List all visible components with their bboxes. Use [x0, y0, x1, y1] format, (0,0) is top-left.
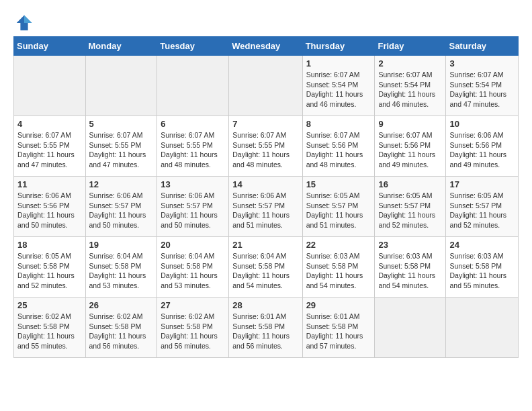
calendar-cell: 23Sunrise: 6:03 AM Sunset: 5:58 PM Dayli…	[375, 237, 446, 298]
day-number: 4	[17, 119, 82, 129]
calendar-cell: 27Sunrise: 6:02 AM Sunset: 5:58 PM Dayli…	[157, 298, 229, 358]
logo	[13, 13, 34, 32]
calendar-cell: 25Sunrise: 6:02 AM Sunset: 5:58 PM Dayli…	[14, 298, 86, 358]
day-info: Sunrise: 6:05 AM Sunset: 5:57 PM Dayligh…	[306, 191, 371, 230]
week-row-1: 1Sunrise: 6:07 AM Sunset: 5:54 PM Daylig…	[14, 56, 519, 116]
day-number: 16	[378, 179, 442, 189]
day-number: 22	[306, 240, 371, 250]
calendar-cell: 16Sunrise: 6:05 AM Sunset: 5:57 PM Dayli…	[375, 177, 446, 237]
calendar-cell: 9Sunrise: 6:07 AM Sunset: 5:56 PM Daylig…	[375, 116, 446, 177]
day-number: 24	[449, 240, 515, 250]
day-info: Sunrise: 6:06 AM Sunset: 5:56 PM Dayligh…	[449, 130, 515, 170]
header-row: SundayMondayTuesdayWednesdayThursdayFrid…	[14, 37, 519, 56]
calendar-cell	[14, 56, 86, 116]
calendar-cell: 17Sunrise: 6:05 AM Sunset: 5:57 PM Dayli…	[446, 177, 519, 237]
calendar-cell: 22Sunrise: 6:03 AM Sunset: 5:58 PM Dayli…	[302, 237, 375, 298]
day-number: 2	[378, 58, 442, 68]
day-number: 5	[89, 119, 154, 129]
day-number: 23	[378, 240, 442, 250]
day-info: Sunrise: 6:07 AM Sunset: 5:55 PM Dayligh…	[232, 130, 298, 170]
day-info: Sunrise: 6:07 AM Sunset: 5:55 PM Dayligh…	[89, 130, 154, 170]
day-number: 14	[232, 179, 298, 189]
day-number: 11	[17, 179, 82, 189]
calendar-cell: 20Sunrise: 6:04 AM Sunset: 5:58 PM Dayli…	[157, 237, 229, 298]
page-header	[13, 11, 519, 32]
day-info: Sunrise: 6:06 AM Sunset: 5:56 PM Dayligh…	[17, 191, 82, 230]
day-number: 18	[17, 240, 82, 250]
day-info: Sunrise: 6:07 AM Sunset: 5:56 PM Dayligh…	[306, 130, 371, 170]
calendar-table: SundayMondayTuesdayWednesdayThursdayFrid…	[13, 36, 519, 358]
col-header-wednesday: Wednesday	[229, 37, 302, 56]
week-row-2: 4Sunrise: 6:07 AM Sunset: 5:55 PM Daylig…	[14, 116, 519, 177]
calendar-cell: 4Sunrise: 6:07 AM Sunset: 5:55 PM Daylig…	[14, 116, 86, 177]
calendar-cell	[229, 56, 302, 116]
calendar-cell: 3Sunrise: 6:07 AM Sunset: 5:54 PM Daylig…	[446, 56, 519, 116]
calendar-cell: 14Sunrise: 6:06 AM Sunset: 5:57 PM Dayli…	[229, 177, 302, 237]
day-info: Sunrise: 6:01 AM Sunset: 5:58 PM Dayligh…	[232, 312, 298, 351]
calendar-cell: 12Sunrise: 6:06 AM Sunset: 5:57 PM Dayli…	[85, 177, 157, 237]
day-info: Sunrise: 6:05 AM Sunset: 5:57 PM Dayligh…	[378, 191, 442, 230]
day-info: Sunrise: 6:06 AM Sunset: 5:57 PM Dayligh…	[89, 191, 154, 230]
calendar-cell: 26Sunrise: 6:02 AM Sunset: 5:58 PM Dayli…	[85, 298, 157, 358]
day-number: 21	[232, 240, 298, 250]
day-info: Sunrise: 6:04 AM Sunset: 5:58 PM Dayligh…	[161, 251, 225, 291]
calendar-cell: 1Sunrise: 6:07 AM Sunset: 5:54 PM Daylig…	[302, 56, 375, 116]
day-info: Sunrise: 6:05 AM Sunset: 5:57 PM Dayligh…	[449, 191, 515, 230]
calendar-cell: 18Sunrise: 6:05 AM Sunset: 5:58 PM Dayli…	[14, 237, 86, 298]
day-number: 29	[306, 300, 371, 310]
day-number: 27	[161, 300, 225, 310]
calendar-cell: 29Sunrise: 6:01 AM Sunset: 5:58 PM Dayli…	[302, 298, 375, 358]
day-info: Sunrise: 6:01 AM Sunset: 5:58 PM Dayligh…	[306, 312, 371, 351]
day-number: 3	[449, 58, 515, 68]
calendar-cell: 8Sunrise: 6:07 AM Sunset: 5:56 PM Daylig…	[302, 116, 375, 177]
calendar-cell: 5Sunrise: 6:07 AM Sunset: 5:55 PM Daylig…	[85, 116, 157, 177]
day-info: Sunrise: 6:07 AM Sunset: 5:55 PM Dayligh…	[17, 130, 82, 170]
day-info: Sunrise: 6:07 AM Sunset: 5:54 PM Dayligh…	[449, 70, 515, 109]
day-info: Sunrise: 6:03 AM Sunset: 5:58 PM Dayligh…	[449, 251, 515, 291]
day-info: Sunrise: 6:06 AM Sunset: 5:57 PM Dayligh…	[232, 191, 298, 230]
day-info: Sunrise: 6:07 AM Sunset: 5:55 PM Dayligh…	[161, 130, 225, 170]
week-row-5: 25Sunrise: 6:02 AM Sunset: 5:58 PM Dayli…	[14, 298, 519, 358]
day-number: 12	[89, 179, 154, 189]
calendar-cell: 15Sunrise: 6:05 AM Sunset: 5:57 PM Dayli…	[302, 177, 375, 237]
week-row-4: 18Sunrise: 6:05 AM Sunset: 5:58 PM Dayli…	[14, 237, 519, 298]
day-number: 20	[161, 240, 225, 250]
day-info: Sunrise: 6:04 AM Sunset: 5:58 PM Dayligh…	[232, 251, 298, 291]
day-info: Sunrise: 6:06 AM Sunset: 5:57 PM Dayligh…	[161, 191, 225, 230]
day-info: Sunrise: 6:05 AM Sunset: 5:58 PM Dayligh…	[17, 251, 82, 291]
day-number: 28	[232, 300, 298, 310]
col-header-saturday: Saturday	[446, 37, 519, 56]
day-number: 13	[161, 179, 225, 189]
day-info: Sunrise: 6:07 AM Sunset: 5:54 PM Dayligh…	[378, 70, 442, 109]
day-number: 7	[232, 119, 298, 129]
day-number: 9	[378, 119, 442, 129]
day-info: Sunrise: 6:03 AM Sunset: 5:58 PM Dayligh…	[306, 251, 371, 291]
calendar-cell	[85, 56, 157, 116]
day-info: Sunrise: 6:02 AM Sunset: 5:58 PM Dayligh…	[17, 312, 82, 351]
day-number: 1	[306, 58, 371, 68]
calendar-cell	[446, 298, 519, 358]
day-number: 25	[17, 300, 82, 310]
day-info: Sunrise: 6:02 AM Sunset: 5:58 PM Dayligh…	[89, 312, 154, 351]
day-number: 26	[89, 300, 154, 310]
svg-marker-1	[24, 15, 32, 23]
day-info: Sunrise: 6:07 AM Sunset: 5:56 PM Dayligh…	[378, 130, 442, 170]
day-number: 19	[89, 240, 154, 250]
day-info: Sunrise: 6:03 AM Sunset: 5:58 PM Dayligh…	[378, 251, 442, 291]
calendar-cell: 2Sunrise: 6:07 AM Sunset: 5:54 PM Daylig…	[375, 56, 446, 116]
day-number: 10	[449, 119, 515, 129]
calendar-cell: 21Sunrise: 6:04 AM Sunset: 5:58 PM Dayli…	[229, 237, 302, 298]
day-number: 17	[449, 179, 515, 189]
calendar-cell: 11Sunrise: 6:06 AM Sunset: 5:56 PM Dayli…	[14, 177, 86, 237]
calendar-cell: 10Sunrise: 6:06 AM Sunset: 5:56 PM Dayli…	[446, 116, 519, 177]
calendar-cell: 6Sunrise: 6:07 AM Sunset: 5:55 PM Daylig…	[157, 116, 229, 177]
calendar-cell: 13Sunrise: 6:06 AM Sunset: 5:57 PM Dayli…	[157, 177, 229, 237]
calendar-cell	[375, 298, 446, 358]
logo-icon	[15, 13, 34, 32]
day-number: 6	[161, 119, 225, 129]
col-header-monday: Monday	[85, 37, 157, 56]
day-number: 15	[306, 179, 371, 189]
calendar-cell: 7Sunrise: 6:07 AM Sunset: 5:55 PM Daylig…	[229, 116, 302, 177]
calendar-cell: 24Sunrise: 6:03 AM Sunset: 5:58 PM Dayli…	[446, 237, 519, 298]
col-header-thursday: Thursday	[302, 37, 375, 56]
